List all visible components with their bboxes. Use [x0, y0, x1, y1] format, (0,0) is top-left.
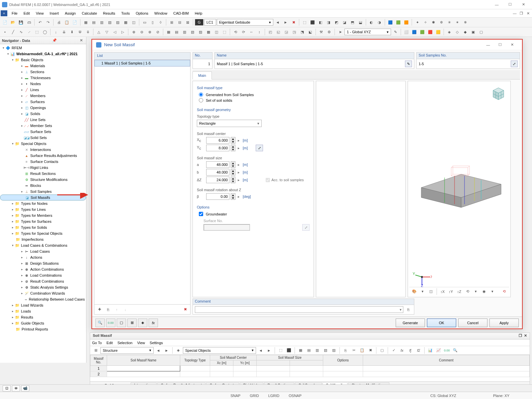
pv-tool-7-icon[interactable]: ⟲ [464, 288, 471, 295]
lc-prev-icon[interactable]: ◄ [274, 19, 281, 26]
a-spin[interactable]: ▴▾ [231, 161, 235, 168]
list-new-icon[interactable]: ✚ [96, 306, 103, 313]
pv-tool-3-icon[interactable]: ◫ [427, 288, 435, 295]
dz-spin[interactable]: ▴▾ [231, 177, 235, 183]
footer-tool-2-icon[interactable]: 0.00 [106, 319, 115, 327]
axis-5-icon[interactable]: ✳ [446, 19, 453, 26]
bp-settings[interactable]: Settings [150, 341, 163, 345]
tool-m[interactable]: ⊠ [184, 19, 191, 26]
r9-icon[interactable]: ▣ [469, 28, 477, 36]
bp-view[interactable]: View [137, 341, 145, 345]
open-icon[interactable]: 📂 [9, 19, 17, 26]
ok-button[interactable]: OK [427, 319, 456, 327]
menu-results[interactable]: Results [100, 10, 118, 16]
pointer-icon[interactable]: ➤ [336, 28, 344, 36]
tool-e[interactable]: ▨ [114, 19, 121, 26]
pv-tool-1-icon[interactable]: 🎨 [411, 288, 418, 295]
tree-structmod[interactable]: ⚙Structure Modifications [0, 177, 86, 183]
tree-basic[interactable]: ▾📁Basic Objects [0, 57, 86, 63]
r2-icon[interactable]: 🟦 [411, 28, 418, 36]
tree-linesets[interactable]: ╱╱Line Sets [0, 117, 86, 123]
tree-lines[interactable]: ▸╱Lines [0, 87, 86, 93]
tree-materials[interactable]: ▸▬Materials [0, 63, 86, 69]
name-edit-icon[interactable]: ✎ [405, 61, 412, 67]
bp-sel1-icon[interactable]: ⬚ [277, 347, 284, 354]
mod-4-icon[interactable]: ⊘ [154, 28, 161, 36]
lc-name-combo[interactable]: Eigenlast Gebäude▾ [217, 19, 273, 26]
tree-typesnodes[interactable]: ▸📁Types for Nodes [0, 200, 86, 206]
t2f-icon[interactable]: ▩ [205, 28, 212, 36]
tree-sra[interactable]: ▲Surface Results Adjustments [0, 153, 86, 159]
t2k-icon[interactable]: ↔ [248, 28, 255, 36]
tool-j[interactable]: ◊ [157, 19, 164, 26]
bp-combo-special[interactable]: Special Objects▾ [183, 347, 256, 354]
t2a-icon[interactable]: ▦ [165, 28, 172, 36]
tree-nodes[interactable]: ▸•Nodes [0, 81, 86, 87]
tree-special[interactable]: ▾📁Special Objects [0, 141, 86, 147]
tree-root[interactable]: ▾🔷RFEM [0, 45, 86, 51]
t2r-icon[interactable]: ⬕ [307, 28, 314, 36]
cube-2-icon[interactable]: 🟩 [395, 19, 402, 26]
menu-cadbim[interactable]: CAD-BIM [170, 10, 192, 16]
tree-loadwizards[interactable]: ▸📁Load Wizards [0, 302, 86, 308]
bp-fx2-icon[interactable]: f∫ [407, 347, 414, 354]
draw-4-icon[interactable]: ⟋ [25, 28, 33, 36]
status-tool-2-icon[interactable]: 👁 [12, 385, 20, 391]
t2j-icon[interactable]: ⟳ [240, 28, 247, 36]
status-grid[interactable]: GRID [247, 394, 262, 398]
axis-4-icon[interactable]: ✲ [438, 19, 445, 26]
tree-actions[interactable]: ▸↓Actions [0, 254, 86, 260]
view-5-icon[interactable]: ◩ [333, 19, 340, 26]
view-9-icon[interactable]: ◐ [368, 19, 375, 26]
b-menu-icon[interactable]: ▸ [237, 170, 241, 175]
xc-menu-icon[interactable]: ▸ [237, 138, 241, 143]
menu-assign[interactable]: Assign [62, 10, 79, 16]
yc-menu-icon[interactable]: ▸ [237, 146, 241, 150]
bp-g3-icon[interactable]: ▥ [314, 347, 321, 354]
tree-loadcombo[interactable]: ▾📁Load Cases & Combinations [0, 242, 86, 248]
tree-openings[interactable]: ▸◫Openings [0, 105, 86, 111]
load-5-icon[interactable]: ⤋ [84, 28, 91, 36]
save-icon[interactable]: 💾 [17, 19, 25, 26]
pv-tool-reset-icon[interactable]: ⟲ [500, 288, 508, 295]
sup-4-icon[interactable]: ▷ [119, 28, 126, 36]
tree-actioncombo[interactable]: ▸⊕Action Combinations [0, 266, 86, 272]
mod-2-icon[interactable]: ⊖ [138, 28, 145, 36]
axis-3-icon[interactable]: ✱ [430, 19, 437, 26]
nav-close-icon[interactable]: ✕ [79, 38, 84, 43]
status-tool-3-icon[interactable]: 📹 [21, 385, 29, 391]
topology-combo[interactable]: Rectangle [197, 120, 262, 127]
samples-input[interactable] [419, 62, 511, 66]
mdi-close[interactable]: ✕ [525, 11, 531, 16]
bp-num-icon[interactable]: 0.00 [443, 347, 451, 354]
tree-soilmassifs[interactable]: ◪Soil Massifs [0, 195, 86, 200]
bp-search-icon[interactable]: 🔍 [452, 347, 459, 354]
radio-generated[interactable] [199, 92, 203, 97]
print-icon[interactable]: 🖨 [55, 19, 63, 26]
bp-e3-icon[interactable]: 📋 [358, 347, 366, 354]
sup-2-icon[interactable]: ▽ [103, 28, 110, 36]
tree-staticanalysis[interactable]: ▸⚙Static Analysis Settings [0, 284, 86, 290]
a-input[interactable] [206, 161, 229, 168]
tree-soilsamples[interactable]: ▸⊥Soil Samples [0, 189, 86, 195]
r3-icon[interactable]: 🟩 [419, 28, 426, 36]
t2l-icon[interactable]: ↕ [256, 28, 263, 36]
yc-input[interactable] [206, 145, 229, 151]
comment-edit-icon[interactable]: ⎘ [405, 306, 412, 313]
menu-options[interactable]: Options [133, 10, 151, 16]
tree-results[interactable]: ▸📁Results [0, 314, 86, 320]
coord-combo[interactable]: 1 - Global XYZ▾ [344, 29, 391, 35]
mod-1-icon[interactable]: ⊕ [130, 28, 137, 36]
view-1-icon[interactable]: ⬚ [301, 19, 308, 26]
center-pick-icon[interactable]: ⤢ [256, 145, 263, 151]
beta-spin[interactable]: ▴▾ [231, 193, 235, 200]
nav-pin-icon[interactable]: 📌 [52, 38, 57, 43]
saveall-icon[interactable]: 🗃 [25, 19, 33, 26]
t2m-icon[interactable]: ◰ [267, 28, 274, 36]
dialog-minimize[interactable]: — [482, 40, 494, 50]
pv-tool-4-icon[interactable]: ↕X [439, 288, 446, 295]
tree-surfacesets[interactable]: ▱▱Surface Sets [0, 129, 86, 135]
tree-resultcombo[interactable]: ▸⊘Result Combinations [0, 278, 86, 284]
name-input[interactable] [217, 62, 405, 66]
b-spin[interactable]: ▴▾ [231, 169, 235, 176]
